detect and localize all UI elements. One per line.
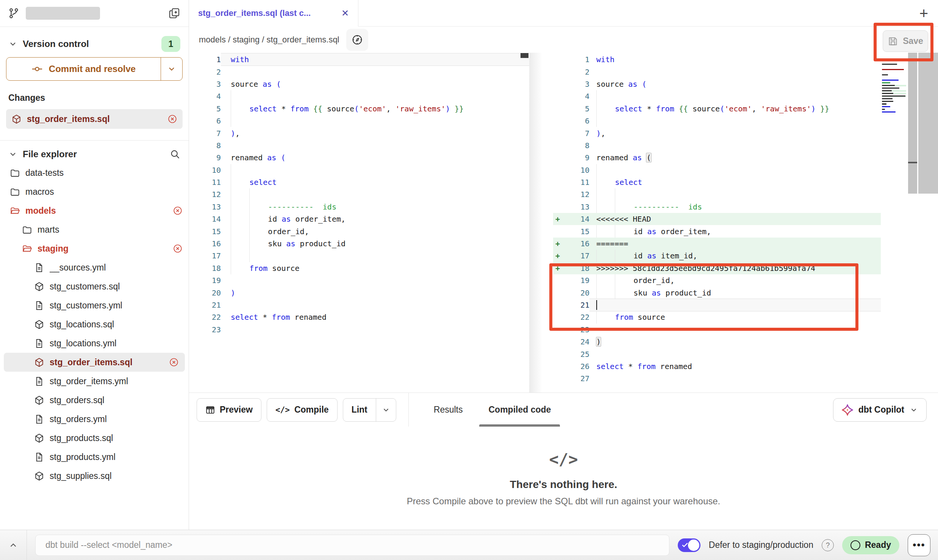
code-line[interactable]: 3source as ( [189,78,529,90]
tab-stg-order-items[interactable]: stg_order_items.sql (last c... ✕ [189,0,358,27]
copy-files-icon[interactable] [168,7,180,19]
commit-dropdown-button[interactable] [161,58,182,80]
code-line[interactable]: 18from source [189,262,529,274]
command-input[interactable]: dbt build --select <model_name> [35,535,669,556]
lineage-compass-icon[interactable] [346,29,368,51]
code-line[interactable]: 17 [189,250,529,262]
commit-and-resolve-button[interactable]: Commit and resolve [6,57,183,81]
file-item-models[interactable]: models [0,201,189,220]
code-line[interactable]: 1with [189,53,529,66]
help-icon[interactable]: ? [822,539,834,551]
code-line[interactable]: 4 [189,90,529,102]
minimap[interactable] [882,58,906,156]
code-line[interactable]: 13---------- ids [553,201,881,213]
preview-button[interactable]: Preview [197,398,261,422]
code-line[interactable]: 5select * from {{ source('ecom', 'raw_it… [553,103,881,115]
code-line[interactable]: +14<<<<<<< HEAD [553,213,881,225]
tab-compiled-code[interactable]: Compiled code [486,393,553,427]
code-line[interactable]: 2 [189,66,529,78]
code-line[interactable]: 6 [189,115,529,127]
code-line[interactable]: 15order_id, [189,225,529,237]
code-line[interactable]: +18>>>>>>> 58c1dd23d5eebd9cd2495fa7124ab… [553,262,881,274]
left-pane-scrollbar-thumb[interactable] [521,53,528,58]
code-line[interactable]: 9renamed as ( [189,152,529,164]
editor-pane-modified[interactable]: 1with23source as (45select * from {{ sou… [553,53,881,393]
file-item-stg_order_items.yml[interactable]: stg_order_items.yml [0,372,189,391]
code-line[interactable]: 7), [189,127,529,139]
search-icon[interactable] [170,149,180,160]
deleted-status-icon[interactable] [169,357,179,367]
code-line[interactable]: 22from source [553,311,881,323]
code-line[interactable]: 1with [553,53,881,66]
editor-pane-original[interactable]: 1with23source as (45select * from {{ sou… [189,53,529,393]
file-item-stg_products.yml[interactable]: stg_products.yml [0,447,189,466]
code-line[interactable]: 21 [553,299,881,311]
file-item-marts[interactable]: marts [0,220,189,239]
code-line[interactable]: 2 [553,66,881,78]
editor-scrollbar[interactable] [908,53,917,194]
code-line[interactable]: 15id as order_item, [553,225,881,237]
file-item-stg_supplies.sql[interactable]: stg_supplies.sql [0,466,189,485]
compile-button[interactable]: </> Compile [267,398,338,422]
deleted-status-icon[interactable] [173,206,183,216]
code-line[interactable]: 23 [189,324,529,336]
file-explorer-header[interactable]: File explorer [0,146,189,163]
code-line[interactable]: 7), [553,127,881,139]
lint-dropdown-button[interactable] [376,399,396,421]
code-line[interactable]: 12 [553,188,881,200]
changed-file-row[interactable]: stg_order_items.sql [6,109,183,129]
code-line[interactable]: 11select [553,176,881,188]
code-line[interactable]: 4 [553,90,881,102]
file-item-data-tests[interactable]: data-tests [0,163,189,182]
code-line[interactable]: 9renamed as ( [553,152,881,164]
lint-button[interactable]: Lint [343,399,376,421]
code-line[interactable]: 16sku as product_id [189,238,529,250]
git-branch-icon[interactable] [8,8,20,19]
pane-divider[interactable] [529,53,553,393]
code-line[interactable]: 22select * from renamed [189,311,529,323]
file-item-stg_products.sql[interactable]: stg_products.sql [0,429,189,447]
page-scrollbar[interactable] [918,53,938,194]
version-control-header[interactable]: Version control 1 [6,34,183,57]
code-line[interactable]: 8 [553,139,881,152]
code-line[interactable]: 23 [553,324,881,336]
code-line[interactable]: 5select * from {{ source('ecom', 'raw_it… [189,103,529,115]
code-line[interactable]: 12 [189,188,529,200]
file-item-stg_customers.sql[interactable]: stg_customers.sql [0,277,189,296]
code-line[interactable]: 20) [189,286,529,299]
deleted-status-icon[interactable] [173,244,183,253]
code-line[interactable]: 27 [553,372,881,385]
code-line[interactable]: 13---------- ids [189,201,529,213]
code-line[interactable]: 14id as order_item, [189,213,529,225]
code-line[interactable]: 10 [189,164,529,176]
code-line[interactable]: 8 [189,139,529,152]
new-tab-icon[interactable]: + [919,6,928,21]
file-item-stg_orders.yml[interactable]: stg_orders.yml [0,410,189,429]
close-icon[interactable]: ✕ [341,8,349,19]
defer-toggle[interactable] [678,538,700,552]
file-item-macros[interactable]: macros [0,182,189,201]
code-line[interactable]: 11select [189,176,529,188]
code-line[interactable]: 6 [553,115,881,127]
code-line[interactable]: +16======= [553,238,881,250]
file-item-stg_order_items.sql[interactable]: stg_order_items.sql [4,353,185,372]
code-line[interactable]: 19 [189,274,529,286]
discard-change-icon[interactable] [167,114,177,124]
code-line[interactable]: 3source as ( [553,78,881,90]
code-line[interactable]: 24) [553,336,881,348]
file-item-stg_locations.yml[interactable]: stg_locations.yml [0,334,189,353]
code-line[interactable]: 25 [553,348,881,360]
code-line[interactable]: 21 [189,299,529,311]
tab-results[interactable]: Results [431,393,465,427]
code-line[interactable]: 26select * from renamed [553,360,881,372]
file-item-__sources.yml[interactable]: __sources.yml [0,258,189,277]
file-item-stg_locations.sql[interactable]: stg_locations.sql [0,315,189,334]
chevron-up-icon[interactable] [0,530,27,560]
more-options-button[interactable]: ••• [908,534,930,556]
code-line[interactable]: 19order_id, [553,274,881,286]
code-line[interactable]: 20sku as product_id [553,286,881,299]
dbt-copilot-button[interactable]: dbt Copilot [833,398,927,422]
status-badge[interactable]: Ready [842,536,899,554]
file-item-staging[interactable]: staging [0,239,189,258]
code-line[interactable]: 10 [553,164,881,176]
